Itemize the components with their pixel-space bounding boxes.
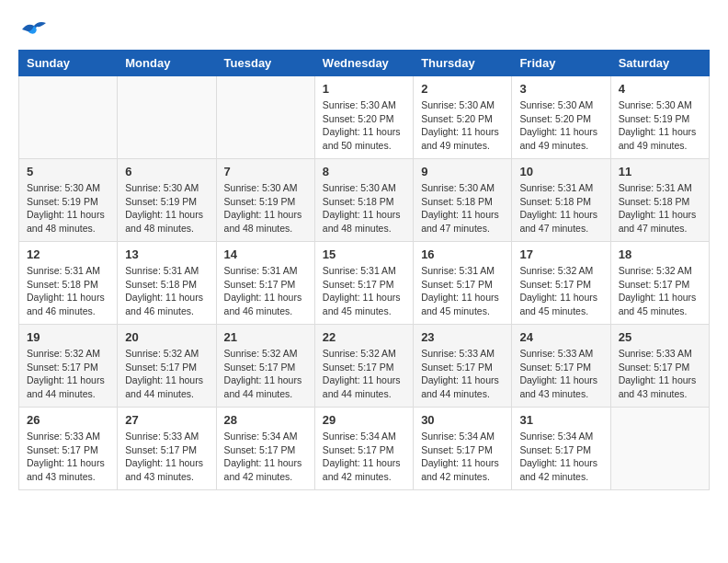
day-info: Sunrise: 5:33 AM Sunset: 5:17 PM Dayligh… xyxy=(421,347,504,401)
calendar-cell: 11Sunrise: 5:31 AM Sunset: 5:18 PM Dayli… xyxy=(610,159,709,242)
calendar-cell: 31Sunrise: 5:34 AM Sunset: 5:17 PM Dayli… xyxy=(512,408,610,490)
weekday-header-wednesday: Wednesday xyxy=(314,51,413,76)
day-info: Sunrise: 5:32 AM Sunset: 5:17 PM Dayligh… xyxy=(619,264,701,318)
day-number: 13 xyxy=(125,247,208,261)
day-number: 3 xyxy=(519,82,602,96)
day-number: 23 xyxy=(421,330,504,344)
day-number: 21 xyxy=(224,330,307,344)
calendar-table: SundayMondayTuesdayWednesdayThursdayFrid… xyxy=(18,50,710,490)
day-info: Sunrise: 5:30 AM Sunset: 5:19 PM Dayligh… xyxy=(125,181,208,236)
logo xyxy=(18,18,48,40)
day-info: Sunrise: 5:34 AM Sunset: 5:17 PM Dayligh… xyxy=(224,430,307,484)
calendar-week-row: 26Sunrise: 5:33 AM Sunset: 5:17 PM Dayli… xyxy=(19,408,710,490)
day-number: 20 xyxy=(125,330,208,344)
day-number: 10 xyxy=(519,165,602,178)
day-info: Sunrise: 5:31 AM Sunset: 5:18 PM Dayligh… xyxy=(27,264,109,318)
day-info: Sunrise: 5:34 AM Sunset: 5:17 PM Dayligh… xyxy=(519,430,602,484)
calendar-cell xyxy=(610,408,709,490)
calendar-cell: 10Sunrise: 5:31 AM Sunset: 5:18 PM Dayli… xyxy=(512,159,610,242)
day-info: Sunrise: 5:34 AM Sunset: 5:17 PM Dayligh… xyxy=(421,430,504,484)
day-number: 4 xyxy=(619,82,701,96)
day-number: 29 xyxy=(323,413,405,427)
day-number: 14 xyxy=(224,247,307,261)
day-info: Sunrise: 5:32 AM Sunset: 5:17 PM Dayligh… xyxy=(519,264,602,318)
day-info: Sunrise: 5:31 AM Sunset: 5:18 PM Dayligh… xyxy=(619,181,701,236)
calendar-header-row: SundayMondayTuesdayWednesdayThursdayFrid… xyxy=(19,51,710,76)
weekday-header-friday: Friday xyxy=(512,51,610,76)
calendar-cell: 30Sunrise: 5:34 AM Sunset: 5:17 PM Dayli… xyxy=(414,408,512,490)
page-header xyxy=(18,18,710,40)
day-info: Sunrise: 5:31 AM Sunset: 5:18 PM Dayligh… xyxy=(125,264,208,318)
weekday-header-monday: Monday xyxy=(118,51,216,76)
calendar-cell: 4Sunrise: 5:30 AM Sunset: 5:19 PM Daylig… xyxy=(610,76,709,159)
day-number: 28 xyxy=(224,413,307,427)
day-info: Sunrise: 5:31 AM Sunset: 5:17 PM Dayligh… xyxy=(421,264,504,318)
calendar-cell: 18Sunrise: 5:32 AM Sunset: 5:17 PM Dayli… xyxy=(610,242,709,325)
day-info: Sunrise: 5:30 AM Sunset: 5:20 PM Dayligh… xyxy=(421,98,504,153)
weekday-header-saturday: Saturday xyxy=(610,51,709,76)
day-number: 9 xyxy=(421,165,504,178)
day-info: Sunrise: 5:30 AM Sunset: 5:19 PM Dayligh… xyxy=(224,181,307,236)
calendar-cell: 8Sunrise: 5:30 AM Sunset: 5:18 PM Daylig… xyxy=(314,159,413,242)
day-info: Sunrise: 5:30 AM Sunset: 5:20 PM Dayligh… xyxy=(519,98,602,153)
calendar-cell xyxy=(19,76,118,159)
day-info: Sunrise: 5:31 AM Sunset: 5:17 PM Dayligh… xyxy=(224,264,307,318)
calendar-cell: 16Sunrise: 5:31 AM Sunset: 5:17 PM Dayli… xyxy=(414,242,512,325)
day-number: 22 xyxy=(323,330,405,344)
calendar-cell xyxy=(118,76,216,159)
calendar-week-row: 5Sunrise: 5:30 AM Sunset: 5:19 PM Daylig… xyxy=(19,159,710,242)
day-info: Sunrise: 5:32 AM Sunset: 5:17 PM Dayligh… xyxy=(323,347,405,401)
day-number: 2 xyxy=(421,82,504,96)
day-info: Sunrise: 5:30 AM Sunset: 5:20 PM Dayligh… xyxy=(323,98,405,153)
calendar-cell: 24Sunrise: 5:33 AM Sunset: 5:17 PM Dayli… xyxy=(512,325,610,408)
day-info: Sunrise: 5:32 AM Sunset: 5:17 PM Dayligh… xyxy=(27,347,109,401)
day-info: Sunrise: 5:31 AM Sunset: 5:18 PM Dayligh… xyxy=(519,181,602,236)
day-info: Sunrise: 5:30 AM Sunset: 5:19 PM Dayligh… xyxy=(619,98,701,153)
day-info: Sunrise: 5:33 AM Sunset: 5:17 PM Dayligh… xyxy=(125,430,208,484)
calendar-cell: 9Sunrise: 5:30 AM Sunset: 5:18 PM Daylig… xyxy=(414,159,512,242)
calendar-week-row: 1Sunrise: 5:30 AM Sunset: 5:20 PM Daylig… xyxy=(19,76,710,159)
day-number: 17 xyxy=(519,247,602,261)
calendar-cell: 2Sunrise: 5:30 AM Sunset: 5:20 PM Daylig… xyxy=(414,76,512,159)
day-number: 18 xyxy=(619,247,701,261)
day-number: 30 xyxy=(421,413,504,427)
day-number: 19 xyxy=(27,330,109,344)
calendar-cell: 5Sunrise: 5:30 AM Sunset: 5:19 PM Daylig… xyxy=(19,159,118,242)
calendar-cell: 29Sunrise: 5:34 AM Sunset: 5:17 PM Dayli… xyxy=(314,408,413,490)
day-number: 31 xyxy=(519,413,602,427)
day-number: 27 xyxy=(125,413,208,427)
day-number: 7 xyxy=(224,165,307,178)
calendar-cell: 17Sunrise: 5:32 AM Sunset: 5:17 PM Dayli… xyxy=(512,242,610,325)
day-number: 8 xyxy=(323,165,405,178)
calendar-cell: 20Sunrise: 5:32 AM Sunset: 5:17 PM Dayli… xyxy=(118,325,216,408)
weekday-header-sunday: Sunday xyxy=(19,51,118,76)
day-info: Sunrise: 5:34 AM Sunset: 5:17 PM Dayligh… xyxy=(323,430,405,484)
calendar-cell: 25Sunrise: 5:33 AM Sunset: 5:17 PM Dayli… xyxy=(610,325,709,408)
day-info: Sunrise: 5:32 AM Sunset: 5:17 PM Dayligh… xyxy=(224,347,307,401)
day-number: 5 xyxy=(27,165,109,178)
day-info: Sunrise: 5:33 AM Sunset: 5:17 PM Dayligh… xyxy=(27,430,109,484)
day-info: Sunrise: 5:30 AM Sunset: 5:18 PM Dayligh… xyxy=(421,181,504,236)
day-number: 15 xyxy=(323,247,405,261)
weekday-header-thursday: Thursday xyxy=(414,51,512,76)
calendar-cell: 1Sunrise: 5:30 AM Sunset: 5:20 PM Daylig… xyxy=(314,76,413,159)
day-info: Sunrise: 5:30 AM Sunset: 5:19 PM Dayligh… xyxy=(27,181,109,236)
calendar-cell: 15Sunrise: 5:31 AM Sunset: 5:17 PM Dayli… xyxy=(314,242,413,325)
calendar-cell: 22Sunrise: 5:32 AM Sunset: 5:17 PM Dayli… xyxy=(314,325,413,408)
day-number: 24 xyxy=(519,330,602,344)
calendar-cell: 3Sunrise: 5:30 AM Sunset: 5:20 PM Daylig… xyxy=(512,76,610,159)
day-info: Sunrise: 5:33 AM Sunset: 5:17 PM Dayligh… xyxy=(519,347,602,401)
calendar-cell: 14Sunrise: 5:31 AM Sunset: 5:17 PM Dayli… xyxy=(216,242,314,325)
calendar-week-row: 12Sunrise: 5:31 AM Sunset: 5:18 PM Dayli… xyxy=(19,242,710,325)
day-number: 6 xyxy=(125,165,208,178)
day-number: 16 xyxy=(421,247,504,261)
day-info: Sunrise: 5:30 AM Sunset: 5:18 PM Dayligh… xyxy=(323,181,405,236)
calendar-cell: 27Sunrise: 5:33 AM Sunset: 5:17 PM Dayli… xyxy=(118,408,216,490)
logo-bird-icon xyxy=(20,18,48,40)
calendar-cell xyxy=(216,76,314,159)
calendar-cell: 26Sunrise: 5:33 AM Sunset: 5:17 PM Dayli… xyxy=(19,408,118,490)
calendar-cell: 23Sunrise: 5:33 AM Sunset: 5:17 PM Dayli… xyxy=(414,325,512,408)
day-number: 26 xyxy=(27,413,109,427)
calendar-cell: 21Sunrise: 5:32 AM Sunset: 5:17 PM Dayli… xyxy=(216,325,314,408)
calendar-cell: 7Sunrise: 5:30 AM Sunset: 5:19 PM Daylig… xyxy=(216,159,314,242)
